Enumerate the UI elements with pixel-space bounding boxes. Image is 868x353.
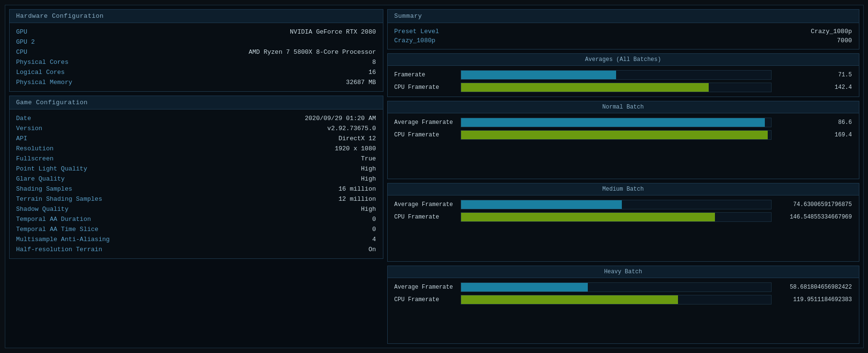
- game-label-msaa: Multisample Anti-Aliasing: [16, 236, 110, 243]
- game-value-temporal-aa-duration: 0: [372, 216, 376, 223]
- hw-row-gpu2: GPU 2: [16, 37, 376, 47]
- preset-label: Preset Level: [394, 28, 440, 35]
- game-content: Date 2020/09/29 01:20 AM Version v2.92.7…: [10, 110, 383, 258]
- medium-batch-section: Medium Batch Average Framerate 74.630065…: [387, 183, 859, 261]
- avg-cpu-framerate-label: CPU Framerate: [394, 84, 457, 91]
- game-value-version: v2.92.73675.0: [327, 125, 376, 132]
- game-header: Game Configuration: [10, 96, 383, 110]
- hw-label-physical-cores: Physical Cores: [16, 59, 69, 66]
- game-label-temporal-aa-duration: Temporal AA Duration: [16, 216, 91, 223]
- avg-cpu-framerate-bar-container: [461, 83, 772, 92]
- game-row-msaa: Multisample Anti-Aliasing 4: [16, 234, 376, 244]
- heavy-avg-bar: [461, 283, 588, 292]
- game-row-resolution: Resolution 1920 x 1080: [16, 144, 376, 154]
- heavy-batch-section: Heavy Batch Average Framerate 58.6818046…: [387, 266, 859, 344]
- medium-batch-content: Average Framerate 74.63006591796875 CPU …: [388, 195, 859, 226]
- medium-cpu-value: 146.54855334667969: [775, 214, 852, 220]
- game-row-shadow: Shadow Quality High: [16, 204, 376, 214]
- game-label-terrain-shading: Terrain Shading Samples: [16, 195, 102, 203]
- game-label-half-res: Half-resolution Terrain: [16, 246, 102, 253]
- hw-value-gpu: NVIDIA GeForce RTX 2080: [290, 28, 376, 36]
- medium-cpu-bar: [461, 213, 715, 221]
- game-label-shading: Shading Samples: [16, 185, 72, 193]
- game-label-glare: Glare Quality: [16, 175, 65, 183]
- summary-content: Preset Level Crazy_1080p Crazy_1080p 700…: [388, 23, 859, 49]
- normal-avg-bar-container: [461, 118, 772, 127]
- main-container: Hardware Configuration GPU NVIDIA GeForc…: [5, 5, 864, 348]
- game-value-temporal-aa-slice: 0: [372, 226, 376, 233]
- summary-section: Summary Preset Level Crazy_1080p Crazy_1…: [387, 9, 859, 49]
- avg-framerate-bar-container: [461, 70, 772, 80]
- hw-value-logical-cores: 16: [369, 69, 376, 76]
- right-panel: Summary Preset Level Crazy_1080p Crazy_1…: [387, 9, 859, 344]
- heavy-cpu-bar: [461, 295, 678, 304]
- game-label-shadow: Shadow Quality: [16, 206, 69, 213]
- game-label-point-light: Point Light Quality: [16, 165, 87, 172]
- normal-batch-section: Normal Batch Average Framerate 86.6 CPU …: [387, 101, 859, 179]
- normal-cpu-bar: [461, 131, 768, 139]
- game-section: Game Configuration Date 2020/09/29 01:20…: [9, 96, 383, 259]
- game-row-terrain-shading: Terrain Shading Samples 12 million: [16, 194, 376, 204]
- game-value-date: 2020/09/29 01:20 AM: [305, 115, 376, 122]
- averages-header: Averages (All Batches): [388, 54, 859, 66]
- medium-avg-bar-container: [461, 200, 772, 209]
- heavy-avg-label: Average Framerate: [394, 284, 457, 291]
- hw-row-physical-cores: Physical Cores 8: [16, 57, 376, 67]
- heavy-cpu-bar-container: [461, 295, 772, 304]
- hw-label-cpu: CPU: [16, 49, 27, 56]
- medium-avg-label: Average Framerate: [394, 201, 457, 208]
- medium-avg-row: Average Framerate 74.63006591796875: [394, 198, 852, 211]
- medium-cpu-label: CPU Framerate: [394, 214, 457, 220]
- averages-section: Averages (All Batches) Framerate 71.5 CP…: [387, 53, 859, 97]
- summary-header: Summary: [388, 10, 859, 23]
- hardware-content: GPU NVIDIA GeForce RTX 2080 GPU 2 CPU AM…: [10, 23, 383, 91]
- avg-framerate-row: Framerate 71.5: [394, 69, 852, 81]
- game-label-fullscreen: Fullscreen: [16, 155, 54, 162]
- hw-label-gpu: GPU: [16, 28, 27, 36]
- game-label-resolution: Resolution: [16, 145, 54, 152]
- game-row-half-res: Half-resolution Terrain On: [16, 244, 376, 255]
- avg-cpu-framerate-row: CPU Framerate 142.4: [394, 81, 852, 94]
- normal-batch-content: Average Framerate 86.6 CPU Framerate 169…: [388, 113, 859, 144]
- game-row-date: Date 2020/09/29 01:20 AM: [16, 113, 376, 123]
- game-value-point-light: High: [361, 165, 376, 172]
- normal-avg-bar: [461, 118, 765, 127]
- normal-cpu-row: CPU Framerate 169.4: [394, 129, 852, 141]
- avg-framerate-value: 71.5: [775, 72, 852, 78]
- game-row-temporal-aa-slice: Temporal AA Time Slice 0: [16, 224, 376, 234]
- avg-framerate-label: Framerate: [394, 72, 457, 78]
- avg-cpu-framerate-bar: [461, 83, 709, 92]
- medium-cpu-bar-container: [461, 212, 772, 222]
- preset-row-level: Preset Level Crazy_1080p: [394, 27, 852, 36]
- preset-row-name: Crazy_1080p 7000: [394, 36, 852, 45]
- game-value-fullscreen: True: [361, 155, 376, 162]
- game-label-date: Date: [16, 115, 31, 122]
- hw-value-cpu: AMD Ryzen 7 5800X 8-Core Processor: [249, 49, 376, 56]
- medium-batch-header: Medium Batch: [388, 183, 859, 195]
- hw-label-physical-memory: Physical Memory: [16, 79, 72, 86]
- avg-cpu-framerate-value: 142.4: [775, 84, 852, 91]
- heavy-avg-row: Average Framerate 58.681804656982422: [394, 281, 852, 293]
- heavy-cpu-label: CPU Framerate: [394, 296, 457, 303]
- heavy-batch-header: Heavy Batch: [388, 266, 859, 278]
- game-row-temporal-aa-duration: Temporal AA Duration 0: [16, 214, 376, 224]
- medium-cpu-row: CPU Framerate 146.54855334667969: [394, 211, 852, 223]
- heavy-avg-bar-container: [461, 282, 772, 292]
- game-value-shadow: High: [361, 206, 376, 213]
- heavy-cpu-row: CPU Framerate 119.9511184692383: [394, 293, 852, 306]
- hw-row-physical-memory: Physical Memory 32687 MB: [16, 77, 376, 87]
- normal-batch-header: Normal Batch: [388, 101, 859, 113]
- normal-cpu-bar-container: [461, 130, 772, 140]
- hw-row-cpu: CPU AMD Ryzen 7 5800X 8-Core Processor: [16, 47, 376, 57]
- heavy-batch-content: Average Framerate 58.681804656982422 CPU…: [388, 278, 859, 309]
- game-value-terrain-shading: 12 million: [338, 195, 376, 203]
- normal-avg-value: 86.6: [775, 119, 852, 126]
- game-row-version: Version v2.92.73675.0: [16, 123, 376, 134]
- hardware-section: Hardware Configuration GPU NVIDIA GeForc…: [9, 9, 383, 92]
- left-panel: Hardware Configuration GPU NVIDIA GeForc…: [9, 9, 383, 344]
- hw-row-gpu: GPU NVIDIA GeForce RTX 2080: [16, 27, 376, 37]
- normal-cpu-label: CPU Framerate: [394, 132, 457, 138]
- normal-cpu-value: 169.4: [775, 132, 852, 138]
- preset-name: Crazy_1080p: [394, 37, 436, 44]
- game-value-half-res: On: [369, 246, 376, 253]
